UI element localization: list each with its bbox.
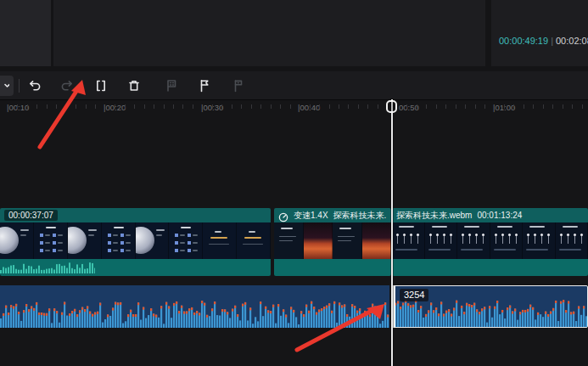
ruler-tick bbox=[182, 104, 183, 109]
redo-button bbox=[58, 76, 78, 96]
chevron-down-icon bbox=[0, 80, 9, 92]
thumb-detail bbox=[249, 231, 255, 233]
clip-thumbnail-desert bbox=[362, 222, 392, 259]
clip-thumbnail-lamp bbox=[490, 222, 524, 259]
thumb-detail bbox=[279, 236, 296, 237]
ruler-tick bbox=[348, 104, 349, 109]
thumb-detail bbox=[444, 236, 445, 244]
thumb-detail bbox=[279, 240, 293, 241]
thumb-detail bbox=[136, 227, 154, 254]
thumb-detail bbox=[108, 241, 111, 245]
thumb-detail bbox=[516, 236, 517, 244]
thumb-detail bbox=[496, 236, 496, 244]
thumb-detail bbox=[175, 249, 178, 252]
ruler-tick bbox=[193, 104, 193, 109]
ruler-tick bbox=[260, 104, 261, 109]
ruler-tick bbox=[144, 104, 145, 109]
marker-button[interactable] bbox=[194, 76, 215, 96]
video-clip-2a-header: 变速1.4X 探索科技未来. bbox=[274, 208, 391, 222]
video-clip-2b-thumbnails bbox=[392, 222, 588, 259]
thumb-detail bbox=[175, 234, 178, 237]
thumb-detail bbox=[561, 236, 562, 244]
ruler-tick bbox=[426, 104, 427, 109]
preview-panel bbox=[53, 0, 485, 66]
ruler-tick bbox=[582, 104, 583, 109]
ruler-tick bbox=[572, 104, 573, 109]
ruler-tick bbox=[241, 104, 242, 109]
thumb-detail bbox=[244, 237, 261, 239]
audio-clip-1[interactable] bbox=[0, 285, 389, 328]
thumb-detail bbox=[451, 236, 451, 244]
freeze-frame-button bbox=[161, 76, 182, 96]
thumb-detail bbox=[88, 229, 97, 231]
delete-button[interactable] bbox=[124, 76, 144, 96]
video-clip-2a[interactable]: 变速1.4X 探索科技未来. bbox=[274, 208, 391, 276]
ruler-tick bbox=[134, 104, 135, 109]
ruler-tick bbox=[221, 104, 222, 109]
ruler-tick bbox=[95, 104, 96, 109]
clip-thumbnail-title bbox=[203, 222, 237, 259]
thumb-detail bbox=[574, 236, 575, 244]
thumb-detail bbox=[281, 228, 293, 229]
thumb-detail bbox=[338, 240, 351, 241]
freeze-frame-icon bbox=[163, 77, 180, 94]
audio-clip-label: 3254 bbox=[400, 289, 428, 301]
thumb-detail bbox=[193, 250, 198, 251]
thumb-detail bbox=[156, 234, 162, 236]
thumb-detail bbox=[568, 236, 568, 244]
thumb-detail bbox=[180, 242, 185, 244]
thumb-detail bbox=[45, 234, 50, 236]
thumb-detail bbox=[114, 227, 124, 228]
thumb-detail bbox=[175, 241, 178, 245]
ruler-tick bbox=[533, 104, 534, 109]
thumb-detail bbox=[108, 249, 111, 252]
thumb-detail bbox=[45, 250, 50, 251]
ruler-tick bbox=[56, 104, 57, 109]
thumb-detail bbox=[559, 249, 581, 251]
thumb-detail bbox=[188, 234, 191, 237]
clip-duration-label: 00:01:13:24 bbox=[477, 211, 522, 220]
trash-icon bbox=[126, 77, 143, 94]
ruler-tick bbox=[329, 104, 330, 109]
playhead-line[interactable] bbox=[391, 99, 393, 366]
ruler-tick bbox=[475, 104, 476, 109]
thumb-detail bbox=[417, 236, 418, 244]
thumb-detail bbox=[437, 236, 438, 244]
thumb-detail bbox=[526, 249, 548, 251]
thumb-detail bbox=[53, 241, 56, 245]
thumb-detail bbox=[68, 227, 87, 254]
audio-clip-2-selected[interactable]: 3254 bbox=[391, 285, 588, 328]
thumb-detail bbox=[45, 242, 50, 244]
clip-thumbnail-title bbox=[237, 222, 271, 259]
thumb-detail bbox=[126, 250, 131, 251]
thumb-detail bbox=[399, 226, 414, 228]
ruler-tick bbox=[115, 104, 115, 109]
video-clip-2b[interactable]: 探索科技未来.webm 00:01:13:24 bbox=[392, 208, 588, 276]
playhead-handle[interactable] bbox=[386, 100, 397, 113]
thumb-detail bbox=[548, 236, 549, 244]
ruler-tick bbox=[36, 104, 37, 109]
ruler-tick bbox=[154, 104, 154, 109]
clip-thumbnail-lamp bbox=[425, 222, 458, 259]
thumb-detail bbox=[563, 226, 578, 228]
ruler-tick bbox=[251, 104, 252, 109]
speed-gauge-icon bbox=[278, 211, 288, 221]
clip-duration-label: 00:00:37:07 bbox=[4, 210, 58, 221]
redo-icon bbox=[59, 77, 76, 94]
thumb-detail bbox=[113, 234, 118, 236]
thumb-detail bbox=[126, 242, 131, 244]
clip-thumbnail-moon bbox=[68, 222, 102, 259]
video-clip-1[interactable]: 00:00:37:07 bbox=[0, 208, 271, 276]
thumb-detail bbox=[193, 242, 198, 244]
clip-thumbnail-list bbox=[102, 222, 136, 259]
timeline-ruler[interactable]: |00:10 |00:20 |00:30 |00:40 00:50 |01:00 bbox=[0, 99, 588, 116]
undo-button[interactable] bbox=[24, 76, 44, 96]
thumb-detail bbox=[58, 250, 63, 251]
select-tool-button[interactable] bbox=[0, 76, 14, 96]
thumb-detail bbox=[494, 249, 516, 251]
thumb-detail bbox=[113, 242, 118, 244]
toolbar-divider bbox=[19, 79, 20, 93]
split-button[interactable] bbox=[91, 76, 111, 96]
thumb-detail bbox=[476, 236, 477, 244]
thumb-detail bbox=[483, 236, 484, 244]
